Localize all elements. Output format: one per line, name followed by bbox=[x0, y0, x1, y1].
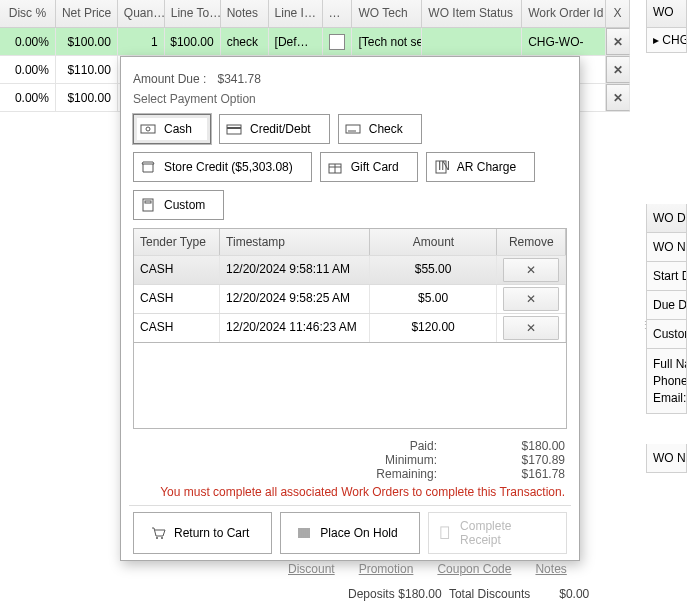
promotion-link[interactable]: Promotion bbox=[359, 562, 414, 576]
remaining-value: $161.78 bbox=[465, 467, 565, 481]
svg-rect-0 bbox=[141, 125, 155, 133]
tender-row[interactable]: CASH 12/20/2024 9:58:25 AM $5.00 ✕ bbox=[134, 284, 566, 313]
barcode-icon bbox=[296, 525, 312, 541]
cell-li: [Def… bbox=[269, 28, 323, 55]
wo-note-label: WO Note bbox=[646, 444, 687, 473]
return-to-cart-button[interactable]: Return to Cart bbox=[133, 512, 272, 554]
cell-lt: $100.00 bbox=[165, 28, 221, 55]
minimum-label: Minimum: bbox=[317, 453, 437, 467]
paid-label: Paid: bbox=[317, 439, 437, 453]
splitter-handle-icon[interactable]: ⋮ bbox=[640, 319, 650, 332]
checkbox-icon[interactable] bbox=[329, 34, 345, 50]
amount-due-value: $341.78 bbox=[218, 72, 261, 86]
discounts-value: $0.00 bbox=[559, 587, 589, 601]
expand-icon[interactable]: ▸ bbox=[653, 33, 659, 47]
svg-point-10 bbox=[156, 537, 158, 539]
col-woid[interactable]: Work Order Id bbox=[522, 0, 606, 27]
tender-row[interactable]: CASH 12/20/2024 9:58:11 AM $55.00 ✕ bbox=[134, 255, 566, 284]
cell-woid: CHG-WO- bbox=[522, 28, 606, 55]
deposits-value: $180.00 bbox=[398, 587, 441, 601]
payment-modal: Amount Due : $341.78 Select Payment Opti… bbox=[120, 56, 580, 561]
discounts-label: Total Discounts bbox=[449, 587, 530, 601]
warning-text: You must complete all associated Work Or… bbox=[129, 485, 565, 499]
cell-tech: [Tech not set] bbox=[352, 28, 422, 55]
tender-remove-button[interactable]: ✕ bbox=[503, 316, 559, 340]
col-x: X bbox=[606, 0, 630, 27]
minimum-value: $170.89 bbox=[465, 453, 565, 467]
svg-rect-4 bbox=[346, 125, 360, 133]
col-linetotal[interactable]: Line To… bbox=[165, 0, 221, 27]
calculator-icon bbox=[140, 197, 156, 213]
col-linei[interactable]: Line I… bbox=[269, 0, 323, 27]
tenders-body: CASH 12/20/2024 9:58:11 AM $55.00 ✕ CASH… bbox=[134, 255, 566, 342]
svg-rect-12 bbox=[441, 527, 449, 539]
cell-qty: 1 bbox=[118, 28, 165, 55]
col-tech[interactable]: WO Tech bbox=[352, 0, 422, 27]
tender-ts: 12/20/2024 11:46:23 AM bbox=[220, 314, 370, 342]
tender-remove-button[interactable]: ✕ bbox=[503, 258, 559, 282]
cash-button[interactable]: Cash bbox=[133, 114, 211, 144]
wo-number-label: WO Num bbox=[646, 233, 687, 262]
start-date-label: Start Da bbox=[646, 262, 687, 291]
paid-value: $180.00 bbox=[465, 439, 565, 453]
cell-disc: 0.00% bbox=[0, 84, 56, 111]
cell-status bbox=[422, 28, 522, 55]
row-delete-button[interactable]: ✕ bbox=[606, 28, 630, 55]
credit-card-icon bbox=[226, 121, 242, 137]
remaining-label: Remaining: bbox=[317, 467, 437, 481]
discount-link[interactable]: Discount bbox=[288, 562, 335, 576]
due-date-label: Due Dat bbox=[646, 291, 687, 320]
ar-charge-button[interactable]: INV AR Charge bbox=[426, 152, 535, 182]
place-on-hold-button[interactable]: Place On Hold bbox=[280, 512, 419, 554]
check-icon bbox=[345, 121, 361, 137]
cell-net: $110.00 bbox=[56, 56, 118, 83]
col-disc[interactable]: Disc % bbox=[0, 0, 56, 27]
col-net[interactable]: Net Price bbox=[56, 0, 118, 27]
deposits-label: Deposits bbox=[348, 587, 395, 601]
tender-row[interactable]: CASH 12/20/2024 11:46:23 AM $120.00 ✕ bbox=[134, 313, 566, 342]
right-mini-grid: WO ▸ CHG bbox=[646, 0, 687, 53]
tender-amt: $120.00 bbox=[370, 314, 497, 342]
custom-button[interactable]: Custom bbox=[133, 190, 224, 220]
cell-notes: check bbox=[221, 28, 269, 55]
table-row[interactable]: 0.00% $100.00 1 $100.00 check [Def… [Tec… bbox=[0, 28, 630, 56]
tender-type: CASH bbox=[134, 285, 220, 313]
col-status[interactable]: WO Item Status bbox=[422, 0, 522, 27]
svg-rect-2 bbox=[227, 125, 241, 134]
col-timestamp[interactable]: Timestamp bbox=[220, 229, 370, 255]
cell-chk[interactable] bbox=[323, 28, 353, 55]
cash-icon bbox=[140, 121, 156, 137]
svg-point-11 bbox=[161, 537, 163, 539]
right-header[interactable]: WO bbox=[646, 0, 687, 28]
col-qty[interactable]: Quan… bbox=[118, 0, 165, 27]
check-button[interactable]: Check bbox=[338, 114, 422, 144]
receipt-icon bbox=[437, 525, 452, 541]
gift-card-button[interactable]: Gift Card bbox=[320, 152, 418, 182]
right-row[interactable]: ▸ CHG bbox=[646, 28, 687, 53]
tender-remove-button[interactable]: ✕ bbox=[503, 287, 559, 311]
store-credit-button[interactable]: Store Credit ($5,303.08) bbox=[133, 152, 312, 182]
col-dots[interactable]: … bbox=[323, 0, 353, 27]
tender-type: CASH bbox=[134, 314, 220, 342]
coupon-link[interactable]: Coupon Code bbox=[437, 562, 511, 576]
tender-ts: 12/20/2024 9:58:11 AM bbox=[220, 256, 370, 284]
col-tender-type[interactable]: Tender Type bbox=[134, 229, 220, 255]
credit-button[interactable]: Credit/Debt bbox=[219, 114, 330, 144]
amount-due-title: Amount Due : $341.78 bbox=[133, 65, 571, 88]
tender-ts: 12/20/2024 9:58:25 AM bbox=[220, 285, 370, 313]
cell-net: $100.00 bbox=[56, 28, 118, 55]
col-amount[interactable]: Amount bbox=[370, 229, 497, 255]
tender-type: CASH bbox=[134, 256, 220, 284]
complete-receipt-button: Complete Receipt bbox=[428, 512, 567, 554]
col-notes[interactable]: Notes bbox=[221, 0, 269, 27]
modal-footer: Return to Cart Place On Hold Complete Re… bbox=[129, 505, 571, 556]
cart-icon bbox=[150, 525, 166, 541]
tenders-table: Tender Type Timestamp Amount Remove CASH… bbox=[133, 228, 567, 343]
row-delete-button[interactable]: ✕ bbox=[606, 84, 630, 111]
customer-label: Custome bbox=[646, 320, 687, 349]
svg-text:INV: INV bbox=[438, 159, 449, 173]
row-delete-button[interactable]: ✕ bbox=[606, 56, 630, 83]
svg-rect-3 bbox=[227, 127, 241, 129]
notes-link[interactable]: Notes bbox=[535, 562, 566, 576]
tender-amt: $5.00 bbox=[370, 285, 497, 313]
